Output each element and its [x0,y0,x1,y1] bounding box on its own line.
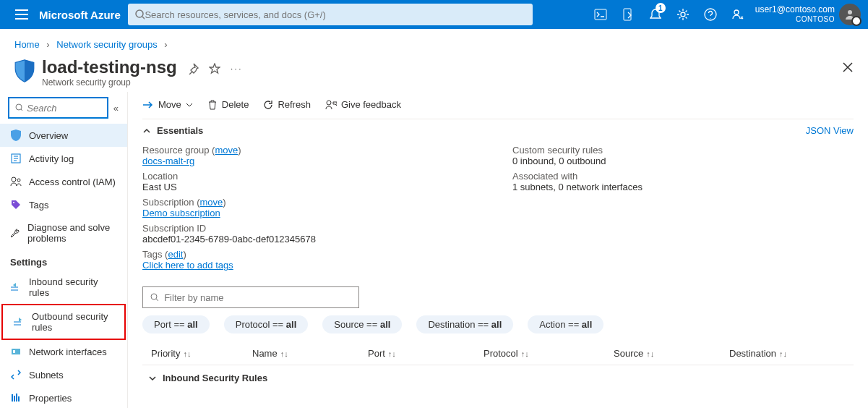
col-source[interactable]: Source ↑↓ [614,348,729,359]
pin-icon[interactable] [187,63,199,75]
sidebar-item-iam[interactable]: Access control (IAM) [0,170,127,193]
delete-button[interactable]: Delete [207,99,249,110]
refresh-icon [263,100,273,110]
directory-icon[interactable] [615,0,641,29]
col-protocol[interactable]: Protocol ↑↓ [484,348,614,359]
global-search-input[interactable] [145,9,525,20]
ess-tags: Tags (edit) Click here to add tags [142,249,484,271]
search-icon [15,103,22,112]
filter-input[interactable] [164,292,351,303]
user-info[interactable]: user1@contoso.com CONTOSO [755,5,835,23]
hamburger-menu-icon[interactable] [7,9,36,20]
move-button[interactable]: Move [142,99,193,110]
sidebar-item-label: Inbound security rules [29,276,117,298]
sidebar-item-label: Properties [29,393,72,404]
title-block: load-testing-nsg Network security group [42,57,177,88]
global-search[interactable] [128,4,533,25]
avatar[interactable] [839,4,861,25]
rg-link[interactable]: docs-malt-rg [142,156,194,166]
feedback-icon[interactable] [725,0,751,29]
command-bar: Move Delete Refresh Give feedback [142,96,854,119]
sidebar: « Overview Activity log Access control (… [0,92,128,408]
sidebar-item-inbound-rules[interactable]: Inbound security rules [0,271,127,304]
ess-associated: Associated with 1 subnets, 0 network int… [512,171,854,192]
move-link[interactable]: move [215,145,238,156]
ess-custom-rules: Custom security rules 0 inbound, 0 outbo… [512,145,854,166]
chevron-down-icon [148,374,157,383]
ess-subscription: Subscription (move) Demo subscription [142,197,484,218]
inbound-section-row[interactable]: Inbound Security Rules [142,365,854,391]
svg-point-6 [734,10,739,14]
shield-icon [14,59,35,83]
refresh-button[interactable]: Refresh [263,99,311,110]
more-icon[interactable]: ··· [231,63,243,75]
breadcrumb-nsg[interactable]: Network security groups [56,39,157,50]
filter-pills: Port == all Protocol == all Source == al… [142,315,854,333]
sidebar-item-outbound-rules[interactable]: Outbound security rules [3,305,124,339]
sort-icon: ↑↓ [388,349,396,358]
svg-point-18 [151,294,157,299]
svg-point-7 [848,10,852,14]
top-bar: Microsoft Azure 1 user1@contoso.com CONT… [0,0,868,29]
close-button[interactable] [842,61,854,73]
log-icon [10,153,22,164]
svg-point-5 [705,9,716,20]
page-header: load-testing-nsg Network security group … [0,57,868,92]
pill-protocol[interactable]: Protocol == all [224,315,309,333]
svg-rect-15 [13,350,15,353]
col-destination[interactable]: Destination ↑↓ [729,348,845,359]
sidebar-section-settings: Settings [0,250,127,271]
sidebar-item-activity-log[interactable]: Activity log [0,147,127,170]
brand-label[interactable]: Microsoft Azure [39,9,121,21]
content-pane: Move Delete Refresh Give feedback Essent… [128,92,868,408]
rules-table-header: Priority ↑↓ Name ↑↓ Port ↑↓ Protocol ↑↓ … [142,342,854,365]
sidebar-item-diagnose[interactable]: Diagnose and solve problems [0,216,127,250]
sub-link[interactable]: Demo subscription [142,208,220,218]
sort-icon: ↑↓ [183,349,191,358]
essentials-header[interactable]: Essentials JSON View [142,119,854,142]
svg-line-19 [156,299,158,302]
sort-icon: ↑↓ [521,349,529,358]
notifications-icon[interactable]: 1 [643,0,669,29]
user-email: user1@contoso.com [755,5,835,15]
json-view-link[interactable]: JSON View [806,125,854,136]
svg-point-11 [12,177,16,182]
edit-link[interactable]: edit [168,249,183,260]
sidebar-item-overview[interactable]: Overview [0,124,127,147]
sidebar-item-label: Overview [29,130,68,141]
arrow-right-icon [142,100,154,110]
section-label: Inbound Security Rules [163,373,267,383]
help-icon[interactable] [697,0,723,29]
pill-port[interactable]: Port == all [142,315,210,333]
outbound-icon [13,316,25,328]
trash-icon [207,100,218,110]
chevron-down-icon [186,103,193,107]
sidebar-item-subnets[interactable]: Subnets [0,363,127,386]
sidebar-item-label: Access control (IAM) [29,177,116,187]
pill-destination[interactable]: Destination == all [416,315,513,333]
filter-by-name[interactable] [142,286,359,308]
svg-rect-2 [595,9,606,20]
feedback-button[interactable]: Give feedback [325,99,401,110]
pill-action[interactable]: Action == all [528,315,603,333]
col-port[interactable]: Port ↑↓ [368,348,484,359]
col-name[interactable]: Name ↑↓ [252,348,368,359]
sidebar-item-properties[interactable]: Properties [0,386,127,408]
sidebar-item-network-interfaces[interactable]: Network interfaces [0,340,127,363]
cloud-shell-icon[interactable] [588,0,614,29]
collapse-icon[interactable]: « [113,103,119,114]
settings-gear-icon[interactable] [670,0,696,29]
sidebar-item-label: Outbound security rules [32,311,114,333]
add-tags-link[interactable]: Click here to add tags [142,260,233,271]
sidebar-search[interactable] [9,98,108,118]
svg-point-8 [16,104,22,110]
sidebar-item-label: Diagnose and solve problems [27,222,117,244]
sidebar-item-tags[interactable]: Tags [0,193,127,216]
move-link[interactable]: move [200,197,223,208]
star-icon[interactable] [209,63,220,75]
sidebar-search-input[interactable] [27,103,100,114]
breadcrumb-home[interactable]: Home [14,39,40,50]
pill-source[interactable]: Source == all [322,315,402,333]
col-priority[interactable]: Priority ↑↓ [151,348,252,359]
page-title: load-testing-nsg [42,57,177,77]
